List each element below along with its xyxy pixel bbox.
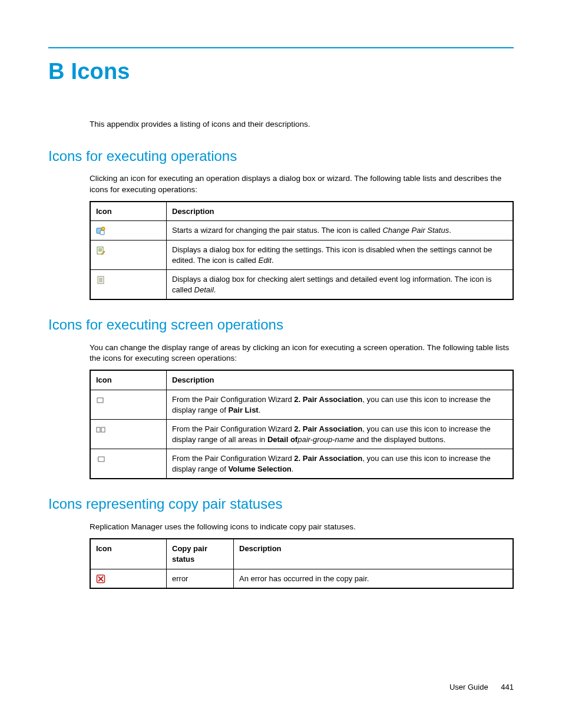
status-cell: error [167,569,234,588]
svg-rect-8 [98,276,104,284]
icon-cell [90,390,167,420]
top-rule [48,47,514,48]
page: B Icons This appendix provides a listing… [0,0,562,728]
desc-cell: Displays a dialog box for editing the se… [167,240,514,269]
page-title: B Icons [48,57,514,87]
expand-pair-list-icon [96,395,105,404]
table-row: From the Pair Configuration Wizard 2. Pa… [90,449,513,479]
table-header-row: Icon Description [90,202,513,221]
table-row: Displays a dialog box for checking alert… [90,270,513,300]
svg-rect-13 [97,398,103,403]
icon-cell [90,420,167,449]
desc-cell: From the Pair Configuration Wizard 2. Pa… [167,420,514,449]
intro-paragraph: This appendix provides a listing of icon… [90,119,514,130]
svg-rect-19 [98,457,104,462]
page-number: 441 [501,683,514,691]
exec-ops-table: Icon Description Starts a wizard for c [90,201,514,300]
th-description: Description [167,370,514,390]
edit-icon [96,245,105,254]
svg-rect-1 [100,230,104,235]
section-exec-ops-heading: Icons for executing operations [48,147,514,166]
desc-cell: Displays a dialog box for checking alert… [167,270,514,300]
icon-cell [90,449,167,479]
th-icon: Icon [90,539,167,569]
icon-cell [90,221,167,241]
th-icon: Icon [90,202,167,221]
section-exec-ops-body: Clicking an icon for executing an operat… [90,173,514,195]
detail-icon [96,275,105,284]
th-description: Description [167,202,514,221]
expand-volume-selection-icon [96,454,105,463]
table-row: From the Pair Configuration Wizard 2. Pa… [90,390,513,420]
icon-cell [90,240,167,269]
section-screen-ops-heading: Icons for executing screen operations [48,315,514,334]
table-row: Starts a wizard for changing the pair st… [90,221,513,241]
th-status: Copy pair status [167,539,234,569]
error-status-icon [96,574,105,583]
table-row: Displays a dialog box for editing the se… [90,240,513,269]
desc-cell: From the Pair Configuration Wizard 2. Pa… [167,449,514,479]
screen-ops-table: Icon Description From the Pair Configura… [90,370,514,479]
icon-cell [90,569,167,588]
copy-pair-table: Icon Copy pair status Description error [90,538,514,589]
icon-cell [90,270,167,300]
table-header-row: Icon Description [90,370,513,390]
svg-rect-16 [101,427,105,432]
svg-point-2 [101,227,105,230]
section-copy-pair-body: Replication Manager uses the following i… [90,522,514,532]
change-pair-status-icon [96,226,105,235]
table-row: error An error has occurred in the copy … [90,569,513,588]
section-copy-pair-heading: Icons representing copy pair statuses [48,495,514,513]
table-header-row: Icon Copy pair status Description [90,539,513,569]
th-icon: Icon [90,370,167,390]
table-row: From the Pair Configuration Wizard 2. Pa… [90,420,513,449]
section-screen-ops-body: You can change the display range of area… [90,342,514,364]
th-description: Description [234,539,514,569]
desc-cell: From the Pair Configuration Wizard 2. Pa… [167,390,514,420]
expand-detail-icon [96,424,105,433]
page-footer: User Guide 441 [449,682,514,693]
svg-rect-15 [97,427,100,432]
desc-cell: Starts a wizard for changing the pair st… [167,221,514,241]
footer-label: User Guide [449,683,488,691]
desc-cell: An error has occurred in the copy pair. [234,569,514,588]
